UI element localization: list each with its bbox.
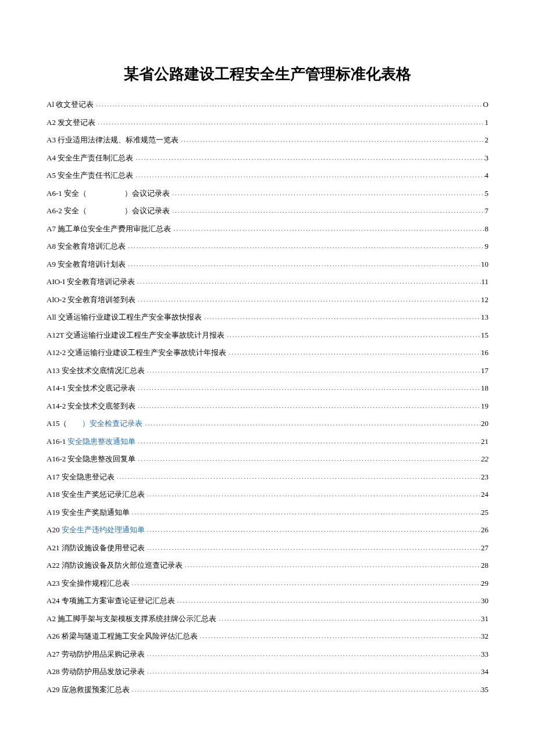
- toc-page-number: 21: [481, 438, 488, 445]
- toc-entry: A22 消防设施设备及防火部位巡查记录表28: [47, 561, 488, 569]
- toc-page-number: 17: [481, 367, 488, 374]
- toc-leader-dots: [145, 668, 481, 675]
- toc-label: A16-1 安全隐患整改通知单: [47, 438, 135, 445]
- toc-leader-dots: [145, 651, 481, 657]
- toc-entry: Al 收文登记表O: [47, 101, 488, 108]
- toc-page-number: 30: [481, 597, 488, 604]
- toc-label: A19 安全生产奖励通知单: [47, 508, 130, 516]
- toc-leader-dots: [135, 438, 481, 445]
- toc-entry: A5 安全生产责任书汇总表4: [47, 171, 488, 179]
- toc-entry: A12-2 交通运输行业建设工程生产安全事故统计年报表16: [47, 349, 488, 356]
- toc-entry: A23 安全操作规程汇总表29: [47, 579, 488, 587]
- toc-label: A6-1 安全（ ）会议记录表: [47, 189, 170, 197]
- toc-page-number: 16: [481, 349, 488, 356]
- toc-leader-dots: [171, 225, 484, 232]
- toc-entry: A6-2 安全（ ）会议记录表7: [47, 207, 488, 214]
- toc-label: AIO-I 安全教育培训记录表: [47, 278, 135, 285]
- toc-leader-dots: [145, 491, 481, 497]
- toc-label: A12T 交通运输行业建设工程生产安全事故统计月报表: [47, 331, 224, 339]
- toc-leader-dots: [135, 456, 481, 462]
- toc-leader-dots: [224, 332, 481, 338]
- toc-leader-dots: [145, 367, 481, 374]
- toc-page-number: 26: [481, 526, 488, 533]
- toc-page-number: 7: [485, 207, 489, 214]
- table-of-contents: Al 收文登记表OA2 发文登记表1A3 行业适用法律法规、标准规范一览表2A4…: [47, 101, 488, 693]
- toc-entry: A26 桥梁与隧道工程施工安全风险评估汇总表32: [47, 632, 488, 640]
- toc-label: A27 劳动防护用品采购记录表: [47, 650, 145, 658]
- toc-label: A24 专项施工方案审查论证登记汇总表: [47, 597, 175, 604]
- toc-page-number: 9: [485, 242, 489, 250]
- toc-page-number: 23: [481, 473, 488, 481]
- toc-page-number: 13: [481, 313, 488, 321]
- toc-leader-dots: [135, 403, 481, 409]
- toc-entry: A19 安全生产奖励通知单25: [47, 508, 488, 516]
- toc-label: A9 安全教育培训计划表: [47, 260, 126, 268]
- toc-entry: A13 安全技术交底情况汇总表17: [47, 367, 488, 374]
- toc-page-number: 4: [485, 171, 489, 179]
- toc-entry: A16-1 安全隐患整改通知单21: [47, 438, 488, 445]
- toc-page-number: 31: [481, 615, 488, 622]
- toc-entry: A8 安全教育培训汇总表9: [47, 242, 488, 250]
- toc-page-number: 8: [485, 225, 489, 232]
- toc-page-number: 19: [481, 402, 488, 410]
- toc-page-number: 10: [481, 260, 488, 268]
- toc-entry: A27 劳动防护用品采购记录表33: [47, 650, 488, 658]
- toc-label: A7 施工单位安全生产费用审批汇总表: [47, 225, 171, 232]
- toc-leader-dots: [115, 474, 481, 480]
- toc-leader-dots: [133, 155, 484, 161]
- toc-label: A2 发文登记表: [47, 119, 95, 126]
- toc-leader-dots: [216, 615, 481, 622]
- toc-entry: A14-1 安全技术交底记录表18: [47, 384, 488, 392]
- toc-entry: A21 消防设施设备使用登记表27: [47, 544, 488, 551]
- toc-page-number: 35: [481, 686, 488, 693]
- document-title: 某省公路建设工程安全生产管理标准化表格: [47, 64, 488, 84]
- toc-label: A13 安全技术交底情况汇总表: [47, 367, 145, 374]
- toc-page-number: 18: [481, 384, 488, 392]
- toc-entry: A12T 交通运输行业建设工程生产安全事故统计月报表15: [47, 331, 488, 339]
- toc-entry: A4 安全生产责任制汇总表3: [47, 154, 488, 162]
- toc-entry: A20 安全生产违约处理通知单26: [47, 526, 488, 533]
- toc-label: A14-1 安全技术交底记录表: [47, 384, 135, 392]
- toc-page-number: 20: [481, 420, 488, 427]
- toc-label: A12-2 交通运输行业建设工程生产安全事故统计年报表: [47, 349, 226, 356]
- toc-page-number: 27: [481, 544, 488, 551]
- toc-leader-dots: [126, 243, 484, 249]
- toc-page-number: 32: [481, 632, 488, 640]
- toc-page-number: 5: [485, 189, 489, 197]
- toc-label: Al 收文登记表: [47, 101, 94, 108]
- toc-leader-dots: [135, 278, 481, 285]
- toc-entry: A2 发文登记表1: [47, 119, 488, 126]
- toc-leader-dots: [130, 580, 481, 586]
- toc-leader-dots: [95, 119, 484, 126]
- toc-page-number: 1: [485, 119, 489, 126]
- toc-label: A2 施工脚手架与支架模板支撑系统挂牌公示汇总表: [47, 615, 216, 622]
- toc-label: A5 安全生产责任书汇总表: [47, 171, 133, 179]
- toc-page-number: 3: [485, 154, 489, 162]
- toc-label: A14-2 安全技术交底签到表: [47, 402, 135, 410]
- toc-page-number: 34: [481, 668, 488, 675]
- toc-page-number: 12: [481, 296, 488, 303]
- toc-leader-dots: [135, 296, 481, 303]
- toc-entry: A17 安全隐患登记表23: [47, 473, 488, 481]
- toc-label: A26 桥梁与隧道工程施工安全风险评估汇总表: [47, 632, 198, 640]
- toc-page-number: 22: [481, 455, 488, 463]
- toc-label: A22 消防设施设备及防火部位巡查记录表: [47, 561, 183, 569]
- toc-leader-dots: [94, 101, 483, 108]
- toc-leader-dots: [130, 686, 481, 693]
- toc-entry: A29 应急救援预案汇总表35: [47, 686, 488, 693]
- toc-label: AlO-2 安全教育培训签到表: [47, 296, 135, 303]
- toc-label: A29 应急救援预案汇总表: [47, 686, 130, 693]
- toc-label: A18 安全生产奖惩记录汇总表: [47, 490, 145, 498]
- toc-leader-dots: [145, 544, 481, 551]
- toc-leader-dots: [133, 172, 484, 178]
- toc-entry: A3 行业适用法律法规、标准规范一览表2: [47, 136, 488, 144]
- toc-label: A20 安全生产违约处理通知单: [47, 526, 145, 533]
- toc-leader-dots: [142, 420, 481, 427]
- toc-label: A28 劳动防护用品发放记录表: [47, 668, 145, 675]
- toc-entry: A6-1 安全（ ）会议记录表5: [47, 189, 488, 197]
- toc-label: A4 安全生产责任制汇总表: [47, 154, 133, 162]
- toc-page-number: O: [483, 101, 488, 108]
- toc-label: A8 安全教育培训汇总表: [47, 242, 126, 250]
- toc-label: A3 行业适用法律法规、标准规范一览表: [47, 136, 179, 144]
- toc-label: A16-2 安全隐患整改回复单: [47, 455, 135, 463]
